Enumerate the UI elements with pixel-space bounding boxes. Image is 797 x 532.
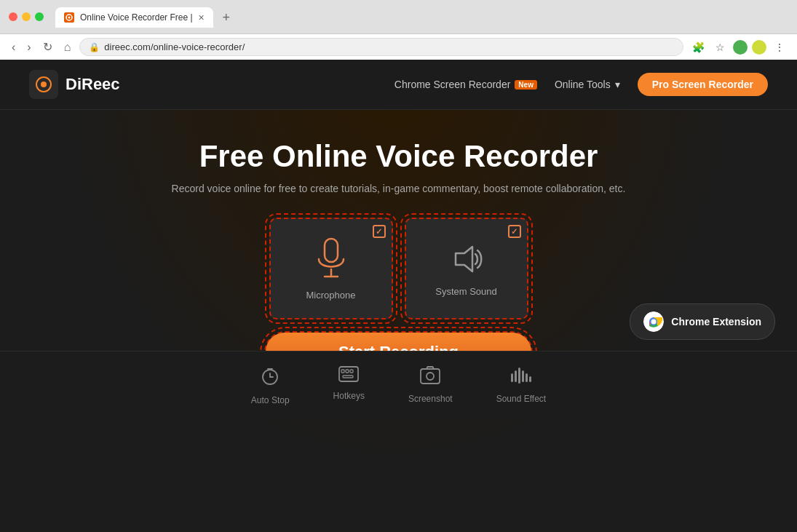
system-sound-label: System Sound [435, 286, 497, 297]
site-nav: DiReec Chrome Screen Recorder New Online… [0, 60, 797, 110]
hotkeys-label: Hotkeys [333, 391, 365, 401]
extensions-button[interactable]: 🧩 [689, 39, 707, 56]
screenshot-label: Screenshot [408, 394, 453, 404]
system-sound-checkbox[interactable] [508, 225, 521, 238]
auto-stop-feature[interactable]: Auto Stop [251, 366, 290, 405]
sound-effect-feature[interactable]: Sound Effect [496, 366, 547, 405]
system-sound-option[interactable]: System Sound [405, 218, 528, 319]
active-tab[interactable]: Online Voice Recorder Free | × [55, 7, 213, 28]
profile-button[interactable] [733, 40, 748, 55]
auto-stop-icon [260, 366, 280, 391]
svg-rect-15 [346, 370, 349, 373]
nav-links: Chrome Screen Recorder New Online Tools … [394, 79, 620, 90]
svg-rect-21 [515, 370, 517, 382]
pro-screen-recorder-button[interactable]: Pro Screen Recorder [638, 73, 768, 96]
close-tab-button[interactable]: × [199, 12, 205, 23]
screenshot-feature[interactable]: Screenshot [408, 366, 453, 405]
online-tools-link[interactable]: Online Tools ▾ [555, 79, 620, 90]
url-text: direec.com/online-voice-recorder/ [104, 41, 245, 52]
hotkeys-icon [338, 366, 359, 386]
screenshot-icon [420, 366, 440, 389]
logo-area: DiReec [29, 70, 120, 99]
maximize-window-button[interactable] [35, 12, 44, 21]
lock-icon: 🔒 [89, 42, 100, 52]
forward-button[interactable]: › [24, 38, 33, 57]
svg-point-11 [651, 319, 657, 325]
sound-effect-label: Sound Effect [496, 394, 547, 404]
microphone-option[interactable]: Microphone [269, 218, 393, 319]
chevron-down-icon: ▾ [615, 79, 620, 90]
svg-rect-4 [325, 239, 338, 262]
microphone-label: Microphone [306, 290, 356, 301]
page-title: Free Online Voice Recorder [199, 139, 598, 174]
svg-rect-14 [341, 370, 344, 373]
content-wrapper: DiReec Chrome Screen Recorder New Online… [0, 60, 797, 420]
tab-favicon [64, 12, 74, 23]
hotkeys-feature[interactable]: Hotkeys [333, 366, 365, 405]
address-bar[interactable]: 🔒 direec.com/online-voice-recorder/ [79, 38, 683, 56]
svg-point-19 [427, 373, 434, 380]
title-bar: Online Voice Recorder Free | × + [0, 0, 797, 33]
refresh-button[interactable]: ↻ [40, 37, 55, 57]
svg-rect-23 [522, 370, 524, 382]
bookmark-button[interactable]: ☆ [711, 39, 729, 56]
auto-stop-label: Auto Stop [251, 395, 290, 405]
svg-rect-18 [421, 369, 440, 384]
browser-chrome: Online Voice Recorder Free | × + ‹ › ↻ ⌂… [0, 0, 797, 60]
bottom-features: Auto Stop Hotkeys [0, 351, 797, 420]
hero-subtitle: Record voice online for free to create t… [172, 183, 626, 194]
new-badge: New [515, 80, 537, 90]
chrome-extension-button[interactable]: Chrome Extension [630, 303, 775, 340]
system-sound-icon [448, 241, 485, 277]
recording-options: Microphone System Sound [269, 218, 528, 319]
svg-point-3 [41, 82, 47, 87]
close-window-button[interactable] [9, 12, 17, 21]
svg-rect-20 [511, 373, 513, 382]
chrome-extension-label: Chrome Extension [671, 316, 761, 327]
svg-point-1 [68, 17, 71, 19]
browser-actions: 🧩 ☆ ⋮ [689, 39, 788, 56]
address-bar-row: ‹ › ↻ ⌂ 🔒 direec.com/online-voice-record… [0, 33, 797, 60]
back-button[interactable]: ‹ [9, 38, 18, 57]
chrome-screen-recorder-link[interactable]: Chrome Screen Recorder New [394, 79, 537, 90]
sound-effect-icon [509, 366, 533, 389]
svg-rect-17 [343, 376, 353, 378]
chrome-icon [643, 311, 664, 332]
menu-button[interactable]: ⋮ [771, 39, 788, 56]
new-tab-button[interactable]: + [216, 7, 237, 28]
svg-rect-24 [526, 373, 528, 382]
svg-rect-13 [339, 367, 358, 381]
extension-icon[interactable] [752, 40, 766, 55]
logo-text: DiReec [66, 75, 120, 94]
svg-rect-25 [529, 376, 531, 382]
svg-marker-7 [456, 247, 472, 271]
microphone-icon [313, 237, 349, 281]
microphone-checkbox[interactable] [373, 225, 386, 238]
svg-rect-16 [350, 370, 353, 373]
tab-title: Online Voice Recorder Free | [80, 12, 193, 23]
minimize-window-button[interactable] [22, 12, 31, 21]
svg-rect-22 [518, 368, 520, 384]
traffic-lights [9, 12, 44, 21]
home-button[interactable]: ⌂ [61, 38, 74, 57]
logo-icon [29, 70, 58, 99]
tab-bar: Online Voice Recorder Free | × + [49, 7, 242, 28]
website: DiReec Chrome Screen Recorder New Online… [0, 60, 797, 532]
